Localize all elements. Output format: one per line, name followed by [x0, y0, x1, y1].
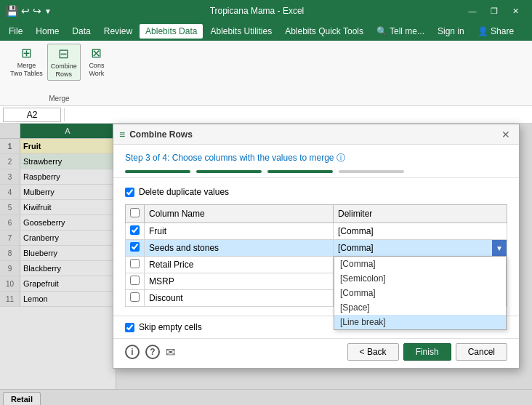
dialog-overlay: ≡ Combine Rows ✕ Step 3 of 4: Choose col… — [0, 124, 532, 405]
seeds-checkbox[interactable] — [130, 242, 140, 252]
minimize-button[interactable]: — — [462, 4, 483, 18]
discount-checkbox-cell — [126, 290, 145, 307]
close-window-button[interactable]: ✕ — [506, 4, 526, 18]
footer-buttons: < Back Finish Cancel — [347, 343, 507, 361]
col-header-checkbox — [126, 205, 145, 223]
menu-signin[interactable]: Sign in — [432, 24, 470, 39]
menu-review[interactable]: Review — [98, 24, 138, 39]
cons-work-icon: ⊠ — [91, 45, 102, 61]
step-dot-1 — [125, 170, 190, 173]
dropdown-item-comma1[interactable]: [Comma] — [334, 257, 506, 271]
delete-duplicate-row: Delete duplicate values — [125, 187, 507, 197]
retail-price-checkbox[interactable] — [130, 259, 140, 268]
menu-quick-tools[interactable]: Ablebits Quick Tools — [279, 24, 369, 39]
maximize-button[interactable]: ❐ — [484, 4, 504, 18]
columns-table-header-row: Column Name Delimiter — [126, 205, 507, 223]
steps-label: Step 3 of 4: Choose columns with the val… — [125, 152, 507, 164]
seeds-checkbox-cell — [126, 240, 145, 257]
cons-work-label: ConsWork — [89, 62, 104, 78]
dropdown-item-linebreak[interactable]: [Line break] — [334, 315, 506, 329]
step-help-icon[interactable]: ⓘ — [336, 153, 345, 163]
ribbon-buttons-row: ⊞ MergeTwo Tables ⊟ CombineRows ⊠ ConsWo… — [7, 44, 111, 81]
title-bar-controls: — ❐ ✕ — [462, 4, 526, 18]
combine-rows-icon: ⊟ — [58, 46, 69, 62]
title-bar: 💾 ↩ ↪ ▼ Tropicana Mama - Excel — ❐ ✕ — [0, 0, 532, 22]
ribbon-group-merge: ⊞ MergeTwo Tables ⊟ CombineRows ⊠ ConsWo… — [3, 44, 116, 105]
menu-home[interactable]: Home — [30, 24, 65, 39]
skip-empty-label: Skip empty cells — [139, 322, 202, 332]
combine-rows-label: CombineRows — [51, 63, 77, 79]
back-button[interactable]: < Back — [347, 343, 399, 361]
seeds-delimiter-value: [Comma] — [338, 243, 374, 253]
quick-access-toolbar: 💾 ↩ ↪ ▼ — [6, 5, 52, 17]
merge-group-label: Merge — [49, 95, 69, 104]
fruit-name-cell: Fruit — [145, 223, 334, 240]
dialog-title-text: Combine Rows — [129, 129, 193, 140]
seeds-name-cell: Seeds and stones — [145, 240, 334, 257]
seeds-delim-cell: [Comma] ▼ [Comma] [Semicolon] [Comma] [S… — [334, 240, 507, 257]
window-title: Tropicana Mama - Excel — [210, 6, 305, 16]
dropdown-item-space[interactable]: [Space] — [334, 300, 506, 315]
table-row[interactable]: Fruit [Comma] — [126, 223, 507, 240]
dropdown-item-comma2[interactable]: [Comma] — [334, 286, 506, 300]
dialog-title-bar: ≡ Combine Rows ✕ — [113, 124, 519, 145]
retail-name-cell: Retail Price — [145, 257, 334, 273]
undo-icon[interactable]: ↩ — [21, 5, 30, 17]
discount-name-cell: Discount — [145, 290, 334, 307]
table-row[interactable]: Seeds and stones [Comma] ▼ [Comma] [Semi… — [126, 240, 507, 257]
msrp-name-cell: MSRP — [145, 273, 334, 290]
dialog-action-row: i ? ✉ < Back Finish Cancel — [113, 338, 519, 368]
info-q-button[interactable]: ? — [145, 345, 160, 359]
info-i-button[interactable]: i — [125, 345, 140, 359]
menu-ablebits-data[interactable]: Ablebits Data — [140, 24, 203, 39]
cons-work-button[interactable]: ⊠ ConsWork — [82, 44, 111, 81]
menu-file[interactable]: File — [3, 24, 28, 39]
finish-button[interactable]: Finish — [403, 343, 451, 361]
menu-share[interactable]: 👤 Share — [472, 24, 520, 39]
formula-bar — [0, 106, 532, 124]
dialog-body: Delete duplicate values Column Name Deli… — [113, 178, 519, 316]
step-dot-3 — [267, 170, 333, 173]
search-icon: 🔍 — [376, 26, 387, 36]
cancel-button[interactable]: Cancel — [456, 343, 507, 361]
formula-divider — [64, 108, 65, 121]
skip-empty-checkbox[interactable] — [125, 323, 134, 332]
menu-ablebits-utilities[interactable]: Ablebits Utilities — [204, 24, 278, 39]
info-icons: i ? ✉ — [125, 345, 175, 359]
steps-dots — [125, 170, 507, 173]
name-box[interactable] — [3, 108, 61, 122]
fruit-delim-cell: [Comma] — [334, 223, 507, 240]
more-qa-icon[interactable]: ▼ — [44, 7, 52, 15]
menu-tell-me[interactable]: 🔍 Tell me... — [371, 24, 430, 39]
delimiter-dropdown-menu: [Comma] [Semicolon] [Comma] [Space] [Lin… — [334, 256, 507, 330]
ribbon: ⊞ MergeTwo Tables ⊟ CombineRows ⊠ ConsWo… — [0, 41, 532, 106]
delete-duplicate-checkbox[interactable] — [125, 188, 134, 197]
redo-icon[interactable]: ↪ — [33, 5, 41, 17]
share-icon: 👤 — [477, 26, 488, 36]
seeds-delimiter-dropdown-btn[interactable]: ▼ — [492, 240, 507, 256]
merge-two-tables-button[interactable]: ⊞ MergeTwo Tables — [7, 44, 46, 81]
dialog-close-button[interactable]: ✕ — [499, 127, 513, 142]
email-icon[interactable]: ✉ — [166, 345, 175, 359]
dialog-title-left: ≡ Combine Rows — [119, 129, 193, 140]
fruit-checkbox-cell — [126, 223, 145, 240]
col-name-header: Column Name — [145, 205, 334, 223]
combine-rows-button[interactable]: ⊟ CombineRows — [47, 44, 81, 81]
msrp-checkbox[interactable] — [130, 276, 140, 285]
merge-tables-icon: ⊞ — [21, 45, 32, 61]
dropdown-item-semicolon[interactable]: [Semicolon] — [334, 271, 506, 286]
discount-checkbox[interactable] — [130, 292, 140, 302]
step-number: Step 3 of 4: — [125, 153, 169, 163]
fruit-checkbox[interactable] — [130, 225, 140, 235]
select-all-checkbox[interactable] — [130, 208, 140, 217]
menu-data[interactable]: Data — [66, 24, 96, 39]
combine-rows-dialog: ≡ Combine Rows ✕ Step 3 of 4: Choose col… — [113, 124, 520, 369]
main-area: A 1 Fruit 2 Strawberry 3 Raspberry 4 Mul… — [0, 124, 532, 389]
col-delim-header: Delimiter — [334, 205, 507, 223]
step-dot-4 — [339, 170, 404, 173]
step-description: Choose columns with the values to merge — [172, 153, 334, 163]
save-icon[interactable]: 💾 — [6, 5, 18, 17]
delete-duplicate-label: Delete duplicate values — [139, 187, 229, 197]
menu-bar: File Home Data Review Ablebits Data Able… — [0, 22, 532, 41]
retail-checkbox-cell — [126, 257, 145, 273]
